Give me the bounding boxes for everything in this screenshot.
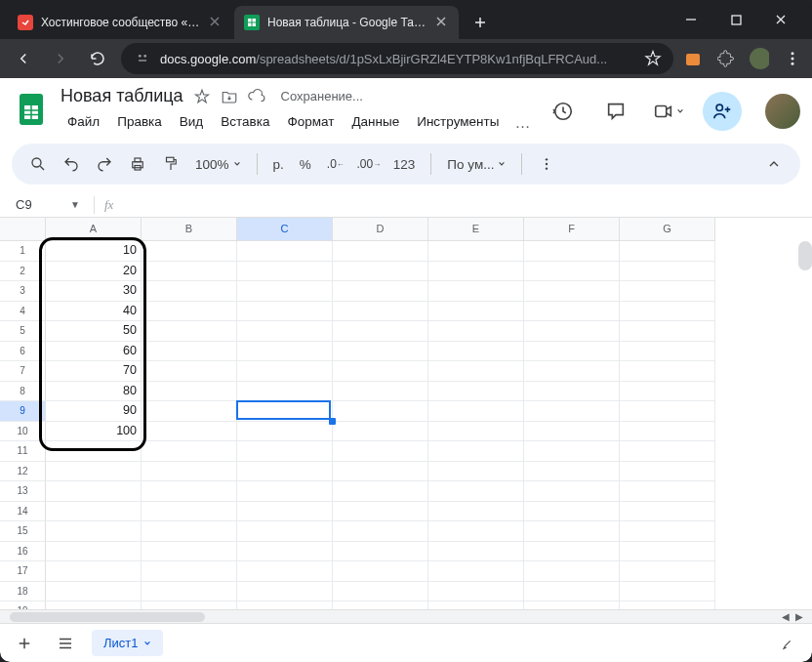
cell[interactable] [428, 441, 524, 462]
cell[interactable] [237, 441, 333, 462]
all-sheets-button[interactable] [51, 629, 80, 658]
browser-tab-active[interactable]: Новая таблица - Google Табли [234, 6, 459, 39]
cell[interactable] [428, 302, 524, 322]
cell[interactable]: 90 [46, 401, 142, 422]
cell[interactable] [428, 262, 524, 282]
cell[interactable] [620, 582, 715, 602]
row-header[interactable]: 4 [0, 302, 46, 322]
cell[interactable] [237, 382, 333, 402]
cell[interactable] [237, 502, 333, 522]
cell[interactable]: 70 [46, 361, 142, 382]
doc-title[interactable]: Новая таблица [61, 86, 183, 106]
increase-decimals-button[interactable]: .00→ [354, 149, 384, 179]
cell[interactable] [142, 601, 237, 609]
history-button[interactable] [545, 93, 582, 130]
cell[interactable] [428, 281, 524, 302]
cell[interactable] [46, 601, 142, 609]
row-header[interactable]: 13 [0, 481, 46, 502]
account-avatar[interactable] [765, 94, 800, 129]
cell[interactable] [142, 262, 237, 282]
cell[interactable] [237, 262, 333, 282]
share-button[interactable] [703, 92, 742, 131]
cell[interactable] [620, 422, 715, 442]
row-header[interactable]: 2 [0, 262, 46, 282]
cell[interactable] [333, 502, 428, 522]
row-header[interactable]: 12 [0, 462, 46, 482]
cell[interactable] [237, 422, 333, 442]
horizontal-scrollbar[interactable]: ◀ ▶ [0, 609, 812, 623]
extensions-icon[interactable] [716, 49, 736, 68]
row-header[interactable]: 14 [0, 502, 46, 522]
row-header[interactable]: 5 [0, 321, 46, 342]
cell[interactable] [333, 321, 428, 342]
select-all-corner[interactable] [0, 218, 46, 241]
cell[interactable] [142, 502, 237, 522]
zoom-dropdown[interactable]: 100% [189, 157, 247, 172]
spreadsheet-grid[interactable]: 12345678910111213141516171819 ABCDEFG 10… [0, 218, 812, 609]
cell[interactable] [428, 502, 524, 522]
cell[interactable] [142, 422, 237, 442]
row-header[interactable]: 18 [0, 582, 46, 602]
cell[interactable] [620, 401, 715, 422]
row-header[interactable]: 11 [0, 441, 46, 462]
sheet-tab-active[interactable]: Лист1 [92, 630, 163, 656]
cell[interactable] [333, 601, 428, 609]
cell[interactable] [333, 521, 428, 542]
cell[interactable] [142, 382, 237, 402]
percent-button[interactable]: % [294, 157, 317, 172]
cell[interactable] [620, 342, 715, 362]
cell[interactable] [237, 601, 333, 609]
reload-button[interactable] [84, 45, 111, 72]
move-icon[interactable] [221, 88, 238, 105]
cell[interactable]: 40 [46, 302, 142, 322]
cell[interactable] [524, 542, 620, 562]
undo-button[interactable] [57, 149, 86, 179]
cell[interactable]: 10 [46, 241, 142, 262]
cell[interactable]: 20 [46, 262, 142, 282]
extension-icon[interactable] [683, 49, 703, 68]
site-info-icon[interactable] [135, 51, 150, 66]
cell[interactable]: 30 [46, 281, 142, 302]
cell[interactable] [333, 422, 428, 442]
row-header[interactable]: 6 [0, 342, 46, 362]
cell[interactable] [46, 462, 142, 482]
cell[interactable] [237, 582, 333, 602]
redo-button[interactable] [90, 149, 119, 179]
cell[interactable] [524, 561, 620, 582]
cell[interactable] [142, 441, 237, 462]
new-tab-button[interactable] [467, 9, 494, 36]
cell[interactable] [428, 382, 524, 402]
cell[interactable] [142, 302, 237, 322]
cell[interactable] [237, 281, 333, 302]
row-header[interactable]: 9 [0, 401, 46, 422]
column-header[interactable]: C [237, 218, 333, 241]
row-header[interactable]: 3 [0, 281, 46, 302]
cell[interactable] [524, 401, 620, 422]
cell[interactable] [237, 521, 333, 542]
add-sheet-button[interactable] [10, 629, 39, 658]
cell[interactable] [333, 281, 428, 302]
close-icon[interactable] [209, 16, 223, 29]
browser-tab-inactive[interactable]: Хостинговое сообщество «Tin [8, 6, 232, 39]
row-header[interactable]: 17 [0, 561, 46, 582]
cell[interactable] [620, 441, 715, 462]
cell[interactable] [237, 321, 333, 342]
menu-file[interactable]: Файл [61, 110, 106, 136]
cell[interactable] [333, 481, 428, 502]
cell[interactable] [620, 462, 715, 482]
explore-button[interactable] [773, 629, 802, 658]
cell[interactable] [237, 241, 333, 262]
cell[interactable]: 60 [46, 342, 142, 362]
cell[interactable] [333, 542, 428, 562]
cell[interactable] [524, 481, 620, 502]
cell[interactable] [620, 302, 715, 322]
scroll-right-icon[interactable]: ▶ [792, 611, 806, 622]
row-header[interactable]: 19 [0, 601, 46, 609]
cell[interactable] [620, 502, 715, 522]
cell[interactable] [46, 561, 142, 582]
close-window-button[interactable] [767, 6, 794, 33]
decrease-decimals-button[interactable]: .0← [321, 149, 350, 179]
cell[interactable] [142, 481, 237, 502]
cell[interactable] [237, 361, 333, 382]
cell[interactable] [237, 561, 333, 582]
